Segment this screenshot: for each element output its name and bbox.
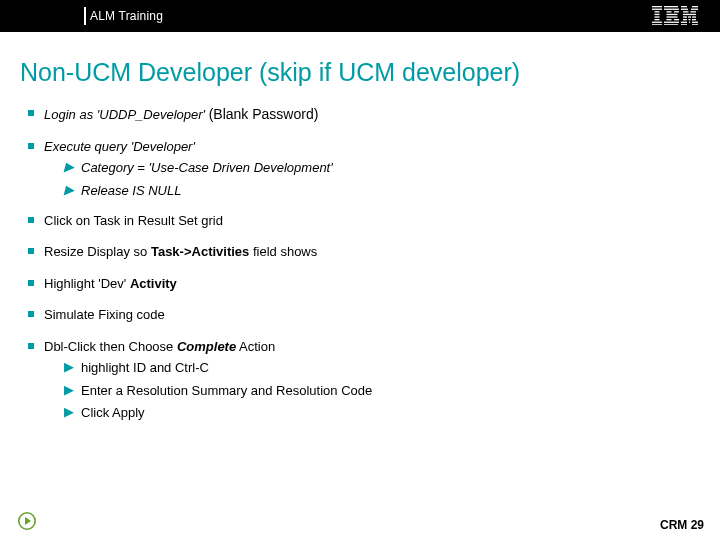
sub-text: Release IS NULL — [81, 182, 181, 200]
svg-rect-9 — [664, 9, 679, 10]
header-divider — [84, 7, 86, 25]
svg-rect-32 — [689, 22, 690, 23]
text-fragment: Action — [236, 339, 275, 354]
sub-text: Click Apply — [81, 404, 145, 422]
sub-bullet: ▶ Enter a Resolution Summary and Resolut… — [64, 382, 720, 400]
sub-text: Enter a Resolution Summary and Resolutio… — [81, 382, 372, 400]
svg-rect-2 — [655, 11, 660, 12]
svg-rect-19 — [692, 6, 698, 7]
svg-rect-29 — [689, 19, 691, 20]
sub-text: highlight ID and Ctrl-C — [81, 359, 209, 377]
bullet-icon — [28, 143, 34, 149]
sub-list: ▶ Category = 'Use-Case Driven Developmen… — [64, 159, 720, 199]
svg-rect-31 — [681, 22, 687, 23]
svg-rect-22 — [683, 11, 689, 12]
svg-rect-20 — [681, 9, 688, 10]
sub-text: Category = 'Use-Case Driven Development' — [81, 159, 333, 177]
bullet-text: Login as 'UDDP_Developer' (Blank Passwor… — [44, 105, 318, 124]
arrow-icon: ▶ — [64, 182, 74, 198]
bullet-simulate-fix: Simulate Fixing code — [28, 306, 720, 324]
svg-rect-11 — [674, 11, 679, 12]
arrow-icon: ▶ — [64, 359, 74, 375]
text-fragment: field shows — [249, 244, 317, 259]
svg-rect-18 — [681, 6, 687, 7]
arrow-icon: ▶ — [64, 382, 74, 398]
text-fragment: Resize Display so — [44, 244, 151, 259]
content-area: Login as 'UDDP_Developer' (Blank Passwor… — [0, 87, 720, 422]
svg-rect-4 — [655, 16, 660, 17]
text-fragment: Login as 'UDDP_Developer' — [44, 107, 209, 122]
text-fragment: Activity — [130, 276, 177, 291]
svg-rect-1 — [652, 9, 662, 10]
bullet-click-task: Click on Task in Result Set grid — [28, 212, 720, 230]
svg-rect-10 — [667, 11, 672, 12]
svg-rect-26 — [688, 16, 691, 17]
svg-rect-3 — [655, 14, 660, 15]
arrow-icon: ▶ — [64, 159, 74, 175]
header-bar: ALM Training — [0, 0, 720, 32]
page-title: Non-UCM Developer (skip if UCM developer… — [0, 32, 720, 87]
svg-rect-0 — [652, 6, 662, 7]
bullet-execute-query: Execute query 'Developer' — [28, 138, 720, 156]
svg-marker-37 — [25, 517, 31, 525]
svg-rect-30 — [692, 19, 696, 20]
text-fragment: (Blank Password) — [209, 106, 319, 122]
sub-bullet: ▶ highlight ID and Ctrl-C — [64, 359, 720, 377]
bullet-icon — [28, 217, 34, 223]
bullet-icon — [28, 343, 34, 349]
sub-bullet: ▶ Category = 'Use-Case Driven Developmen… — [64, 159, 720, 177]
svg-rect-33 — [692, 22, 698, 23]
sub-bullet: ▶ Release IS NULL — [64, 182, 720, 200]
svg-rect-5 — [655, 19, 660, 20]
svg-rect-15 — [674, 19, 679, 20]
bullet-highlight-dev: Highlight 'Dev' Activity — [28, 275, 720, 293]
svg-rect-35 — [692, 24, 698, 25]
svg-rect-25 — [683, 16, 687, 17]
svg-rect-14 — [667, 19, 672, 20]
nav-play-icon[interactable] — [18, 512, 36, 530]
bullet-text: Dbl-Click then Choose Complete Action — [44, 338, 275, 356]
svg-rect-8 — [664, 6, 678, 7]
svg-rect-17 — [664, 24, 678, 25]
svg-rect-7 — [652, 24, 662, 25]
svg-rect-28 — [683, 19, 687, 20]
bullet-text: Resize Display so Task->Activities field… — [44, 243, 317, 261]
bullet-text: Simulate Fixing code — [44, 306, 165, 324]
bullet-icon — [28, 311, 34, 317]
svg-rect-27 — [692, 16, 696, 17]
svg-rect-12 — [667, 14, 678, 15]
svg-rect-34 — [681, 24, 687, 25]
text-fragment: Complete — [177, 339, 236, 354]
svg-rect-16 — [664, 22, 679, 23]
header-section-title: ALM Training — [90, 9, 163, 23]
sub-bullet: ▶ Click Apply — [64, 404, 720, 422]
svg-rect-21 — [691, 9, 698, 10]
sub-list: ▶ highlight ID and Ctrl-C ▶ Enter a Reso… — [64, 359, 720, 422]
text-fragment: Highlight 'Dev' — [44, 276, 130, 291]
bullet-login: Login as 'UDDP_Developer' (Blank Passwor… — [28, 105, 720, 124]
bullet-text: Execute query 'Developer' — [44, 138, 195, 156]
footer-page-label: CRM 29 — [660, 518, 704, 532]
svg-rect-24 — [683, 14, 696, 15]
bullet-resize-display: Resize Display so Task->Activities field… — [28, 243, 720, 261]
ibm-logo-icon — [652, 6, 698, 29]
svg-rect-23 — [691, 11, 697, 12]
bullet-icon — [28, 248, 34, 254]
svg-rect-6 — [652, 22, 662, 23]
bullet-icon — [28, 110, 34, 116]
bullet-text: Click on Task in Result Set grid — [44, 212, 223, 230]
text-fragment: Task->Activities — [151, 244, 249, 259]
bullet-icon — [28, 280, 34, 286]
text-fragment: Dbl-Click then Choose — [44, 339, 177, 354]
bullet-dbl-click: Dbl-Click then Choose Complete Action — [28, 338, 720, 356]
arrow-icon: ▶ — [64, 404, 74, 420]
svg-rect-13 — [667, 16, 678, 17]
slide: ALM Training — [0, 0, 720, 540]
bullet-text: Highlight 'Dev' Activity — [44, 275, 177, 293]
